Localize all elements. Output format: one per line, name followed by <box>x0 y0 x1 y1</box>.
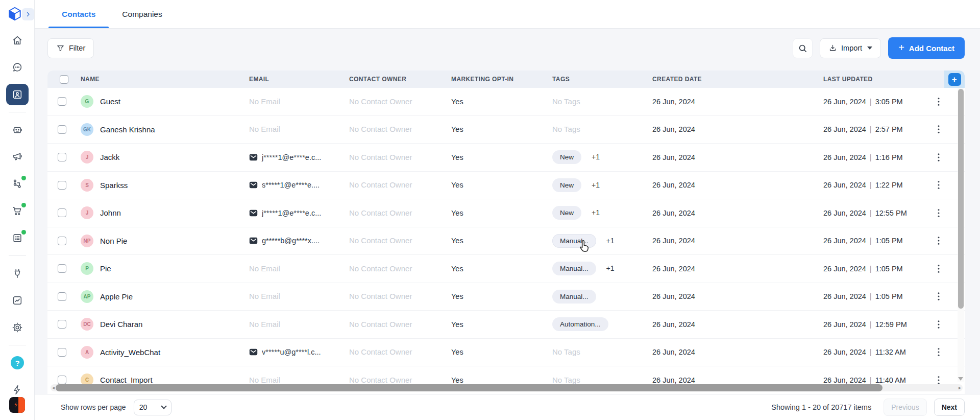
tag-pill[interactable]: Manual... <box>552 262 596 275</box>
horizontal-scrollbar[interactable]: ◂ ▸ <box>51 384 963 391</box>
column-header-name[interactable]: NAME <box>77 76 245 83</box>
contact-name[interactable]: Activity_WebChat <box>100 348 160 357</box>
tag-overflow-count[interactable]: +1 <box>592 208 600 217</box>
marketing-opt-in-value: Yes <box>451 292 463 300</box>
tag-pill[interactable]: Automation... <box>552 317 608 331</box>
sidebar-item-contacts[interactable] <box>6 84 29 105</box>
column-header-owner[interactable]: CONTACT OWNER <box>345 76 447 83</box>
row-actions-button[interactable] <box>929 255 944 283</box>
tag-pill[interactable]: Manual... <box>552 234 596 248</box>
contact-checkbox[interactable] <box>58 97 66 106</box>
column-header-created[interactable]: CREATED DATE <box>648 76 819 83</box>
sidebar-item-forms[interactable] <box>6 227 29 249</box>
sidebar-item-home[interactable] <box>6 30 29 51</box>
sidebar-item-workflows[interactable] <box>6 173 29 195</box>
table-row[interactable]: DCDevi CharanNo EmailNo Contact OwnerYes… <box>47 311 965 339</box>
scroll-left-arrow-icon[interactable]: ◂ <box>52 385 55 390</box>
tag-overflow-count[interactable]: +1 <box>592 153 600 161</box>
row-actions-button[interactable] <box>929 199 944 227</box>
envelope-icon <box>249 348 258 356</box>
column-header-updated[interactable]: LAST UPDATED <box>819 76 929 83</box>
contact-checkbox[interactable] <box>58 181 66 190</box>
tag-overflow-count[interactable]: +1 <box>606 264 615 272</box>
contact-checkbox[interactable] <box>58 237 66 245</box>
last-updated: 26 Jun, 2024|1:05 PM <box>823 292 903 300</box>
search-button[interactable] <box>793 38 813 58</box>
contact-name[interactable]: Devi Charan <box>100 320 142 329</box>
import-button[interactable]: Import <box>820 38 881 58</box>
page-size-select[interactable]: 20 <box>134 400 172 415</box>
row-actions-button[interactable] <box>929 172 944 199</box>
next-page-button[interactable]: Next <box>934 399 965 416</box>
contact-checkbox[interactable] <box>58 376 66 384</box>
contact-name[interactable]: Apple Pie <box>100 292 133 301</box>
tag-pill[interactable]: New <box>552 150 581 164</box>
table-row[interactable]: APApple PieNo EmailNo Contact OwnerYesMa… <box>47 283 965 311</box>
table-row[interactable]: PPieNo EmailNo Contact OwnerYesManual...… <box>47 255 965 283</box>
crm-app: ? Contacts Companies Filter Import <box>0 0 980 420</box>
vertical-scrollbar[interactable] <box>958 88 964 382</box>
avatar: DC <box>81 318 93 331</box>
envelope-icon <box>249 209 258 217</box>
sidebar-item-integrations[interactable] <box>6 263 29 284</box>
tab-companies[interactable]: Companies <box>109 0 175 28</box>
horizontal-scrollbar-thumb[interactable] <box>56 384 883 391</box>
row-actions-button[interactable] <box>929 227 944 255</box>
add-column-button[interactable]: + <box>948 73 961 86</box>
workspace-logo[interactable] <box>9 397 25 413</box>
sidebar-item-conversations[interactable] <box>6 57 29 78</box>
sidebar-item-settings[interactable] <box>6 317 29 338</box>
row-actions-button[interactable] <box>929 339 944 366</box>
contact-name[interactable]: Jackk <box>100 153 119 161</box>
row-actions-button[interactable] <box>929 88 944 115</box>
contact-checkbox[interactable] <box>58 348 66 357</box>
contact-name[interactable]: Sparkss <box>100 181 128 190</box>
contact-name[interactable]: Non Pie <box>100 237 127 245</box>
contact-name[interactable]: Guest <box>100 97 120 106</box>
column-header-email[interactable]: EMAIL <box>245 76 345 83</box>
row-actions-button[interactable] <box>929 144 944 171</box>
contact-checkbox[interactable] <box>58 125 66 134</box>
no-owner-placeholder: No Contact Owner <box>349 292 412 300</box>
scroll-down-arrow-icon[interactable] <box>958 377 963 381</box>
sidebar-item-commerce[interactable] <box>6 200 29 222</box>
row-actions-button[interactable] <box>929 283 944 311</box>
contact-checkbox[interactable] <box>58 264 66 273</box>
sidebar-item-campaigns[interactable] <box>6 146 29 168</box>
row-actions-button[interactable] <box>929 311 944 338</box>
contact-name[interactable]: Ganesh Krishna <box>100 125 155 134</box>
previous-page-button[interactable]: Previous <box>884 399 926 416</box>
table-row[interactable]: NPNon Pieg*****b@g****x....No Contact Ow… <box>47 227 965 255</box>
tag-pill[interactable]: New <box>552 206 581 220</box>
filter-button[interactable]: Filter <box>47 38 94 58</box>
contact-checkbox[interactable] <box>58 208 66 217</box>
table-row[interactable]: GKGanesh KrishnaNo EmailNo Contact Owner… <box>47 116 965 144</box>
tag-pill[interactable]: New <box>552 178 581 192</box>
select-all-checkbox[interactable] <box>60 75 68 84</box>
table-row[interactable]: AActivity_WebChatv*****u@g****l.c...No C… <box>47 339 965 367</box>
contact-name[interactable]: Johnn <box>100 208 121 217</box>
contact-checkbox[interactable] <box>58 153 66 161</box>
table-row[interactable]: SSparksss*****1@e****e....No Contact Own… <box>47 172 965 200</box>
contact-checkbox[interactable] <box>58 320 66 329</box>
column-header-tags[interactable]: TAGS <box>548 76 648 83</box>
sidebar-item-reports[interactable] <box>6 290 29 311</box>
contact-checkbox[interactable] <box>58 292 66 301</box>
sidebar-expand-button[interactable] <box>22 8 34 20</box>
vertical-scrollbar-thumb[interactable] <box>958 89 964 309</box>
column-header-marketing[interactable]: MARKETING OPT-IN <box>447 76 548 83</box>
add-contact-button[interactable]: + Add Contact <box>888 37 965 59</box>
tag-overflow-count[interactable]: +1 <box>592 181 600 189</box>
tag-pill[interactable]: Manual... <box>552 290 596 304</box>
tab-contacts[interactable]: Contacts <box>48 0 109 28</box>
contact-name[interactable]: Contact_Import <box>100 376 153 384</box>
sidebar-item-help[interactable]: ? <box>6 352 29 374</box>
table-row[interactable]: GGuestNo EmailNo Contact OwnerYesNo Tags… <box>47 88 965 116</box>
tag-overflow-count[interactable]: +1 <box>606 237 615 245</box>
scroll-right-arrow-icon[interactable]: ▸ <box>959 385 961 390</box>
row-actions-button[interactable] <box>929 116 944 144</box>
sidebar-item-bot[interactable] <box>6 119 29 141</box>
table-row[interactable]: JJackkj*****1@e****e.c...No Contact Owne… <box>47 144 965 172</box>
table-row[interactable]: JJohnnj*****1@e****e.c...No Contact Owne… <box>47 199 965 227</box>
contact-name[interactable]: Pie <box>100 264 111 273</box>
